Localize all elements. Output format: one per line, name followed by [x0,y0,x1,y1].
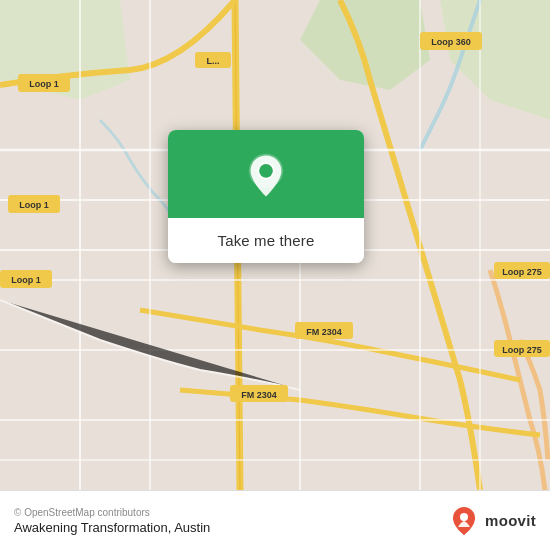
svg-text:L...: L... [207,56,220,66]
attribution-section: © OpenStreetMap contributors Awakening T… [14,507,210,535]
take-me-there-button[interactable]: Take me there [168,218,364,263]
svg-text:Loop 1: Loop 1 [11,275,41,285]
svg-text:Loop 275: Loop 275 [502,267,542,277]
moovit-logo-icon [448,505,480,537]
bottom-bar: © OpenStreetMap contributors Awakening T… [0,490,550,550]
svg-text:FM 2304: FM 2304 [241,390,277,400]
location-name: Awakening Transformation, Austin [14,520,210,535]
map-container: Loop 1 Loop 1 Loop 1 Loop 360 FM 2304 FM… [0,0,550,490]
popup-card: Take me there [168,130,364,263]
svg-text:Loop 1: Loop 1 [19,200,49,210]
moovit-logo: moovit [448,505,536,537]
svg-point-37 [460,513,468,521]
svg-text:Loop 275: Loop 275 [502,345,542,355]
popup-green-header [168,130,364,218]
svg-text:FM 2304: FM 2304 [306,327,342,337]
svg-text:Loop 360: Loop 360 [431,37,471,47]
svg-text:Loop 1: Loop 1 [29,79,59,89]
osm-attribution: © OpenStreetMap contributors [14,507,210,518]
moovit-brand-name: moovit [485,512,536,529]
location-pin-icon [242,152,290,200]
svg-point-36 [259,164,273,178]
